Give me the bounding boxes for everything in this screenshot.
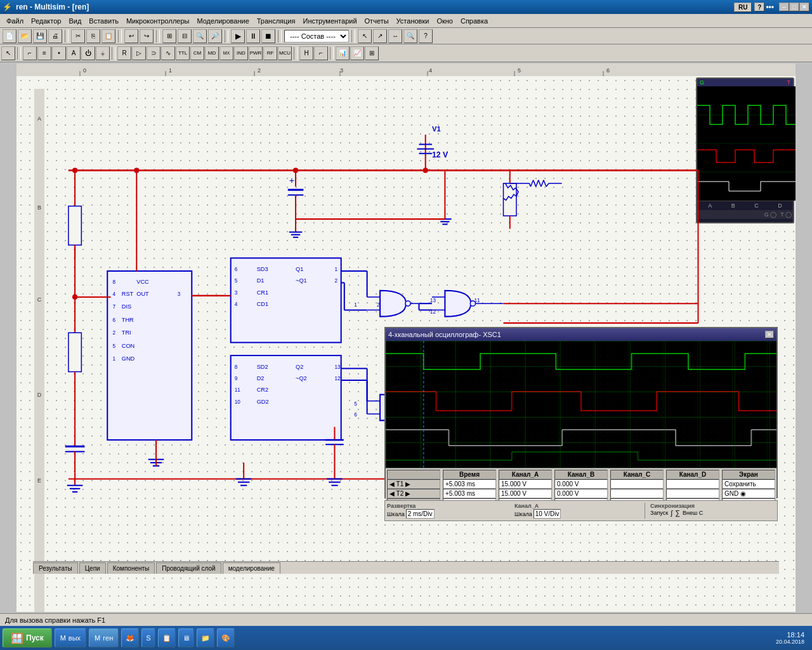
oscilloscope-titlebar: 4-хканальный осциллограф- XSC1 ✕ [386, 328, 776, 341]
osc-screen-btn[interactable]: Экран [722, 470, 775, 479]
tab-simulation[interactable]: моделирование [223, 562, 280, 574]
cursor1[interactable]: ↖ [358, 29, 372, 43]
component-combo[interactable]: ---- Состав ---- [284, 30, 349, 43]
rf-comp[interactable]: RF [263, 46, 277, 60]
cmos[interactable]: CM [190, 46, 204, 60]
taskbar-app-firefox[interactable]: 🦊 [121, 628, 139, 647]
svg-text:Q1: Q1 [296, 266, 303, 272]
instrument3[interactable]: ⊞ [365, 46, 379, 60]
new-button[interactable]: 📄 [3, 29, 16, 43]
cursor3[interactable]: ↔ [388, 29, 402, 43]
basic-comp[interactable]: R [117, 46, 131, 60]
indicators[interactable]: IND [234, 46, 248, 60]
taskbar-app-6[interactable]: 🎨 [217, 628, 235, 647]
taskbar-clock: 18:14 20.04.2018 [776, 631, 809, 645]
diodes[interactable]: ▷ [132, 46, 146, 60]
cursor2[interactable]: ↗ [373, 29, 387, 43]
osc-t2-nav-prev[interactable]: ◀ [390, 490, 395, 497]
ttl[interactable]: TTL [176, 46, 190, 60]
close-button[interactable]: ✕ [799, 3, 809, 11]
taskbar-item-1[interactable]: M вых [55, 628, 86, 647]
osc-save-btn[interactable]: Сохранить [722, 479, 775, 489]
svg-line-191 [546, 183, 549, 187]
svg-text:DIS: DIS [122, 303, 131, 310]
menu-micro[interactable]: Микроконтроллеры [122, 16, 193, 26]
sync-icon1[interactable]: ∫ [671, 509, 672, 517]
place-bus-entry[interactable]: ⌐ [314, 46, 328, 60]
undo-button[interactable]: ↩ [124, 29, 138, 43]
stop-button[interactable]: ⏹ [261, 29, 275, 43]
minimize-button[interactable]: ─ [779, 3, 789, 11]
label-tool[interactable]: A [67, 46, 81, 60]
pointer-tool[interactable]: ↖ [1, 46, 15, 60]
junction-tool[interactable]: • [52, 46, 66, 60]
status-text: Для вызова справки нажать F1 [5, 616, 105, 624]
taskbar-item-2[interactable]: M ген [89, 628, 119, 647]
zoom-out[interactable]: 🔎 [208, 29, 222, 43]
menu-tools[interactable]: Инструментарий [299, 16, 360, 26]
menu-insert[interactable]: Вставить [85, 16, 122, 26]
osc-t1-nav-prev[interactable]: ◀ [390, 481, 395, 488]
print-button[interactable]: 🖨 [48, 29, 62, 43]
cut-button[interactable]: ✂ [71, 29, 85, 43]
sync-icon2[interactable]: ∑ [675, 509, 680, 517]
oscilloscope-window[interactable]: 4-хканальный осциллограф- XSC1 ✕ Время К… [384, 327, 778, 498]
menu-view[interactable]: Вид [65, 16, 85, 26]
menu-help[interactable]: Справка [457, 16, 492, 26]
instrument1[interactable]: 📊 [336, 46, 350, 60]
help-button[interactable]: ? [754, 3, 764, 11]
zoom-in[interactable]: 🔍 [193, 29, 207, 43]
svg-text:D1: D1 [257, 277, 265, 284]
schematic-canvas[interactable]: A B C D E A B C D E G T [16, 76, 796, 612]
pause-button[interactable]: ⏸ [246, 29, 260, 43]
svg-text:6: 6 [235, 267, 238, 272]
save-button[interactable]: 💾 [33, 29, 47, 43]
taskbar-app-4[interactable]: 🖥 [178, 628, 194, 647]
maximize-button[interactable]: □ [789, 3, 799, 11]
start-button[interactable]: 🪟 Пуск [3, 628, 52, 647]
wire-tool[interactable]: ⌐ [23, 46, 37, 60]
taskbar-app-5[interactable]: 📁 [197, 628, 214, 647]
oscilloscope-close-button[interactable]: ✕ [765, 331, 774, 338]
osc-t2-nav-next[interactable]: ▶ [405, 490, 410, 497]
menu-settings[interactable]: Установки [393, 16, 433, 26]
tab-results[interactable]: Результаты [33, 562, 78, 574]
power-comp[interactable]: PWR [249, 46, 263, 60]
menu-editor[interactable]: Редактор [27, 16, 65, 26]
misc-digital[interactable]: MD [205, 46, 219, 60]
svg-text:5: 5 [518, 67, 521, 74]
menu-translate[interactable]: Трансляция [253, 16, 299, 26]
instrument2[interactable]: 📈 [350, 46, 364, 60]
help-btn2[interactable]: ? [419, 29, 433, 43]
copy-button[interactable]: ⎘ [86, 29, 100, 43]
mixed[interactable]: MX [219, 46, 233, 60]
tab-components[interactable]: Компоненты [107, 562, 155, 574]
menu-file[interactable]: Файл [3, 16, 27, 26]
taskbar-app-skype[interactable]: S [141, 628, 155, 647]
paste-button[interactable]: 📋 [102, 29, 115, 43]
open-button[interactable]: 📂 [18, 29, 32, 43]
place-hier[interactable]: H [299, 46, 313, 60]
zoom-select[interactable]: ⊟ [178, 29, 192, 43]
analog[interactable]: ∿ [161, 46, 175, 60]
bus-tool[interactable]: ≡ [37, 46, 51, 60]
razvyortka-shkala-value[interactable]: 2 ms/Div [406, 509, 435, 519]
svg-point-176 [293, 168, 298, 173]
zoom-fit[interactable]: ⊞ [162, 29, 176, 43]
transistors[interactable]: ⊃ [147, 46, 160, 60]
run-button[interactable]: ▶ [231, 29, 245, 43]
menu-reports[interactable]: Отчеты [361, 16, 393, 26]
mcu-comp[interactable]: MCU [278, 46, 292, 60]
tab-chains[interactable]: Цепи [79, 562, 106, 574]
osc-t1-nav-next[interactable]: ▶ [405, 481, 410, 488]
redo-button[interactable]: ↪ [140, 29, 154, 43]
canal-a-shkala-value[interactable]: 10 V/Div [534, 509, 561, 519]
menu-window[interactable]: Окно [433, 16, 457, 26]
power-tool[interactable]: ⏻ [81, 46, 95, 60]
taskbar-app-3[interactable]: 📋 [158, 628, 176, 647]
menu-simulate[interactable]: Моделирование [193, 16, 252, 26]
ground-tool[interactable]: ⏚ [96, 46, 110, 60]
lang-button[interactable]: RU [734, 3, 752, 12]
tab-conducting[interactable]: Проводящий слой [156, 562, 221, 574]
zoom-pct[interactable]: 🔍 [403, 29, 417, 43]
